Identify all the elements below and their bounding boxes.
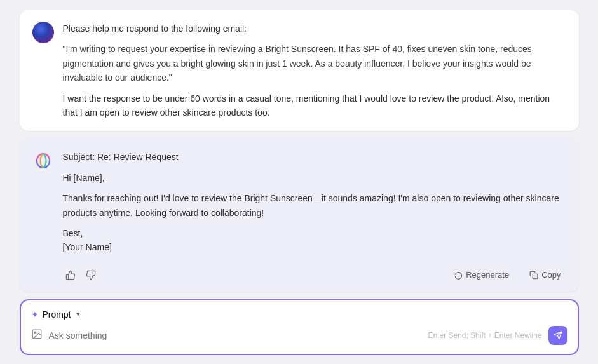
ai-body: Thanks for reaching out! I'd love to rev… [63,191,566,220]
regenerate-icon [454,271,463,280]
image-attach-icon[interactable] [31,328,43,342]
copilot-icon [34,151,53,170]
ai-closing: Best, [Your Name] [63,226,566,255]
ai-message: Subject: Re: Review Request Hi [Name], T… [20,138,579,291]
right-actions: Regenerate Copy [449,267,566,282]
prompt-input[interactable] [49,330,422,340]
input-area: ✦ Prompt ▾ Enter Send; Shift + Enter New… [20,299,579,355]
thumbs-down-button[interactable] [83,267,99,283]
chat-container: Please help me respond to the following … [20,10,579,355]
ai-subject: Subject: Re: Review Request [63,150,566,164]
input-hint: Enter Send; Shift + Enter Newline [428,331,541,340]
avatar [32,22,54,43]
ai-avatar [32,150,54,172]
regenerate-button[interactable]: Regenerate [449,267,514,282]
send-button[interactable] [548,326,567,345]
copy-icon [529,271,538,280]
feedback-buttons [63,267,99,283]
svg-rect-0 [533,274,538,279]
user-message: Please help me respond to the following … [20,10,579,131]
ai-greeting: Hi [Name], [63,171,566,185]
sparkle-icon: ✦ [31,309,39,320]
input-bottom-bar: Enter Send; Shift + Enter Newline [31,326,567,345]
copy-button[interactable]: Copy [524,267,566,282]
action-bar: Regenerate Copy [63,264,566,283]
thumbs-up-icon [65,270,76,280]
send-icon [554,331,562,340]
user-message-content: Please help me respond to the following … [63,22,566,119]
thumbs-down-icon [86,270,96,280]
prompt-dropdown-arrow[interactable]: ▾ [76,310,80,318]
thumbs-up-button[interactable] [63,267,78,283]
user-text-instruction: I want the response to be under 60 words… [63,91,566,120]
ai-message-content: Subject: Re: Review Request Hi [Name], T… [63,150,566,282]
svg-point-2 [34,332,36,333]
prompt-label: Prompt [43,309,71,320]
input-top-bar: ✦ Prompt ▾ [31,309,567,320]
user-text-quote: "I'm writing to request your expertise i… [63,42,566,84]
user-text-intro: Please help me respond to the following … [63,22,566,36]
